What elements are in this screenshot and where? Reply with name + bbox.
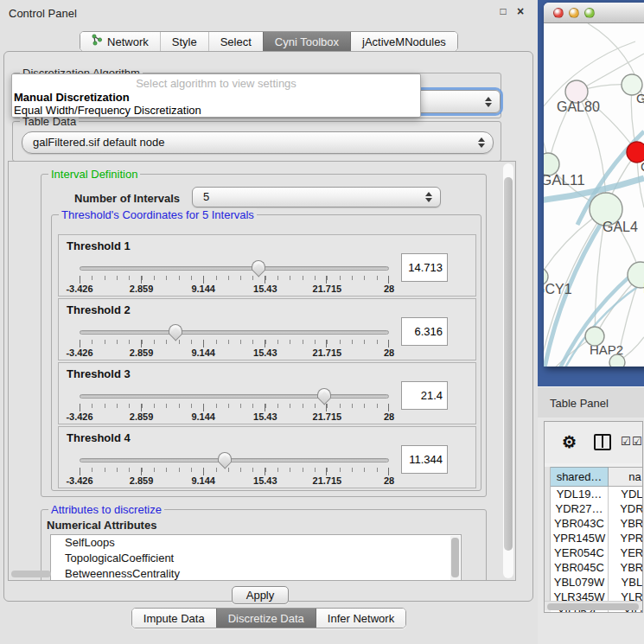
table-row[interactable]: YBR043CYBR0: [551, 516, 643, 531]
slider-tick-label: 28: [384, 348, 394, 358]
table-data-group: Table Data galFiltered.sif default node: [12, 121, 501, 162]
slider-tick-label: 15.43: [253, 411, 277, 422]
slider-tick-label: 2.859: [130, 475, 154, 486]
network-canvas[interactable]: GAL80GACGAL11GAL4GCY1HHAP2: [544, 23, 644, 367]
threshold-row: Threshold 1-3.4262.8599.14415.4321.71528…: [58, 234, 476, 296]
slider-tick-label: 2.859: [130, 284, 154, 294]
threshold-slider[interactable]: -3.4262.8599.14415.4321.71528: [80, 453, 389, 484]
top-tab-bar: NetworkStyleSelectCyni ToolboxjActiveMNo…: [0, 31, 538, 52]
combo-spinner-icon: [424, 191, 432, 203]
numerical-attributes-list[interactable]: SelfLoopsTopologicalCoefficientBetweenne…: [50, 534, 462, 581]
table-row[interactable]: YER054CYER0: [551, 545, 643, 560]
table-row[interactable]: YBL079WYBL0: [551, 575, 643, 590]
tab-label: Select: [220, 33, 252, 51]
slider-tick-label: 9.144: [191, 348, 215, 358]
number-of-intervals-label: Number of Intervals: [74, 192, 180, 205]
algorithm-placeholder-item[interactable]: Select algorithm to view settings: [12, 77, 420, 90]
algorithm-dropdown-popup: Select algorithm to view settings Manual…: [11, 73, 421, 118]
threshold-slider[interactable]: -3.4262.8599.14415.4321.71528: [80, 389, 389, 420]
control-panel-titlebar: Control Panel □ ×: [0, 0, 538, 26]
close-traffic-light[interactable]: [553, 8, 564, 18]
slider-track[interactable]: [80, 458, 389, 462]
slider-tick-label: 28: [384, 475, 394, 486]
threshold-slider[interactable]: -3.4262.8599.14415.4321.71528: [80, 261, 389, 292]
slider-thumb[interactable]: [317, 388, 331, 398]
network-node-label: GAL11: [544, 172, 585, 188]
thresholds-group-title: Threshold's Coordinates for 5 Intervals: [59, 208, 257, 221]
table-row[interactable]: YDR27…YDR2: [551, 501, 643, 516]
slider-major-ticks: [80, 404, 389, 411]
columns-icon[interactable]: [594, 434, 611, 450]
threshold-value-field[interactable]: 6.316: [401, 317, 448, 346]
slider-tick-label: 21.715: [313, 475, 342, 486]
row-header-gutter: [545, 467, 551, 605]
tab-impute-data[interactable]: Impute Data: [132, 609, 216, 628]
interval-definition-title: Interval Definition: [48, 168, 140, 181]
viewport-vertical-scrollbar[interactable]: [503, 163, 513, 578]
table-row[interactable]: YDL19…YDL1: [551, 487, 643, 501]
tab-discretize-data[interactable]: Discretize Data: [216, 609, 316, 628]
attribute-list-item[interactable]: TopologicalCoefficient: [51, 551, 461, 566]
interval-definition-group: Interval Definition Number of Intervals …: [41, 174, 487, 497]
slider-tick-label: -3.426: [66, 284, 92, 294]
zoom-traffic-light[interactable]: [584, 8, 595, 18]
threshold-label: Threshold 3: [67, 367, 131, 380]
viewport-horizontal-scrollbar[interactable]: [11, 571, 51, 577]
control-panel: Control Panel □ × NetworkStyleSelectCyni…: [0, 0, 538, 644]
table-panel-title: Table Panel: [550, 397, 609, 410]
float-panel-icon[interactable]: □: [496, 4, 510, 18]
table-cell: YPR145W: [551, 531, 609, 545]
tab-network[interactable]: Network: [80, 32, 160, 51]
slider-thumb[interactable]: [218, 452, 232, 462]
slider-thumb[interactable]: [252, 260, 265, 270]
table-data-combobox[interactable]: galFiltered.sif default node: [22, 131, 494, 154]
slider-tick-label: 15.43: [253, 475, 277, 486]
network-node[interactable]: [609, 354, 625, 367]
network-desktop-area: GAL80GACGAL11GAL4GCY1HHAP2 Table Panel ⚙…: [538, 0, 644, 644]
close-panel-icon[interactable]: ×: [513, 4, 527, 18]
tab-jactivemnodules[interactable]: jActiveMNodules: [350, 32, 457, 51]
minimize-traffic-light[interactable]: [569, 8, 579, 18]
slider-track[interactable]: [80, 266, 389, 271]
table-cell: YER0: [609, 545, 643, 560]
column-header[interactable]: shared…: [551, 467, 609, 487]
slider-track[interactable]: [80, 394, 389, 399]
select-all-checkbox-icon[interactable]: ☑: [621, 435, 631, 448]
gear-icon[interactable]: ⚙: [562, 432, 577, 452]
thresholds-group: Threshold's Coordinates for 5 Intervals …: [51, 214, 481, 491]
attribute-list-item[interactable]: SelfLoops: [51, 535, 461, 551]
tab-infer-network[interactable]: Infer Network: [316, 609, 405, 628]
slider-tick-label: -3.426: [66, 348, 92, 358]
table-horizontal-scrollbar[interactable]: [545, 601, 642, 610]
table-row[interactable]: YBR045CYBR0: [551, 560, 643, 575]
network-window-titlebar[interactable]: [544, 3, 644, 23]
tab-label: Cyni Toolbox: [275, 33, 339, 51]
tab-style[interactable]: Style: [160, 32, 208, 51]
select-all-checkbox-icon[interactable]: ☑: [632, 435, 642, 448]
table-row[interactable]: YPR145WYPR1: [551, 531, 643, 545]
threshold-slider[interactable]: -3.4262.8599.14415.4321.71528: [80, 325, 389, 356]
attributes-group: Attributes to discretize Numerical Attri…: [41, 509, 487, 581]
tab-cyni-toolbox[interactable]: Cyni Toolbox: [263, 32, 350, 51]
threshold-value-field[interactable]: 11.344: [401, 445, 448, 474]
settings-scroll-viewport: Interval Definition Number of Intervals …: [8, 161, 516, 581]
network-view-window[interactable]: GAL80GACGAL11GAL4GCY1HHAP2: [544, 3, 644, 367]
combo-spinner-icon: [484, 96, 492, 108]
tab-label: jActiveMNodules: [362, 33, 446, 51]
number-of-intervals-combobox[interactable]: 5: [192, 187, 441, 207]
threshold-value-field[interactable]: 14.713: [401, 253, 448, 282]
slider-tick-label: 28: [384, 411, 394, 422]
slider-track[interactable]: [80, 330, 389, 335]
slider-thumb[interactable]: [169, 324, 182, 334]
algorithm-item-equal-width[interactable]: Equal Width/Frequency Discretization: [14, 104, 201, 117]
attribute-list-item[interactable]: BetweennessCentrality: [51, 566, 461, 581]
threshold-value-field[interactable]: 21.4: [401, 381, 448, 410]
column-header[interactable]: na: [609, 467, 643, 487]
network-node[interactable]: [628, 262, 644, 288]
numerical-attributes-label: Numerical Attributes: [47, 519, 156, 532]
algorithm-item-manual[interactable]: Manual Discretization: [14, 91, 130, 104]
apply-button[interactable]: Apply: [232, 586, 289, 604]
attributes-scrollbar[interactable]: [450, 536, 460, 581]
tab-label: Network: [107, 33, 149, 51]
tab-select[interactable]: Select: [208, 32, 263, 51]
